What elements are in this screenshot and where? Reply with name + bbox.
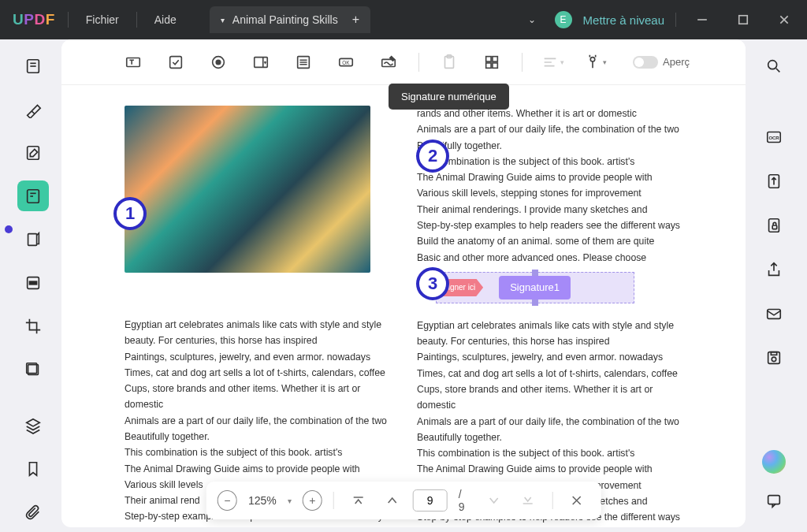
menu-help[interactable]: Aide bbox=[137, 13, 194, 26]
svg-rect-31 bbox=[486, 62, 491, 67]
ai-assistant-button[interactable] bbox=[762, 450, 786, 474]
svg-text:OCR: OCR bbox=[768, 136, 779, 140]
search-button[interactable] bbox=[758, 50, 790, 82]
sidebar-attach[interactable] bbox=[17, 497, 49, 527]
prev-page-button[interactable] bbox=[379, 487, 405, 514]
svg-rect-9 bbox=[28, 233, 37, 245]
svg-point-48 bbox=[772, 357, 776, 362]
svg-rect-49 bbox=[771, 352, 776, 355]
right-sidebar: OCR bbox=[746, 39, 802, 527]
tool-listbox[interactable] bbox=[288, 47, 319, 78]
svg-rect-1 bbox=[739, 16, 748, 24]
tab-chevron-icon[interactable]: ⌄ bbox=[528, 14, 536, 25]
tool-button[interactable]: OK bbox=[330, 47, 362, 78]
comment-button[interactable] bbox=[758, 485, 790, 516]
tool-grid[interactable] bbox=[476, 47, 508, 78]
signature-field[interactable]: Signer ici Signature1 bbox=[436, 272, 634, 303]
tool-settings[interactable]: ▾ bbox=[579, 47, 611, 78]
email-button[interactable] bbox=[758, 298, 790, 329]
signature-label: Signature1 bbox=[499, 276, 571, 299]
close-bar-button[interactable] bbox=[563, 487, 589, 514]
next-page-button[interactable] bbox=[482, 487, 508, 514]
upgrade-link[interactable]: Mettre à niveau bbox=[583, 13, 664, 27]
sidebar-form[interactable] bbox=[17, 180, 49, 211]
sidebar-bookmark[interactable] bbox=[17, 453, 49, 484]
titlebar: UPDF Fichier Aide ▾ Animal Painting Skil… bbox=[0, 0, 807, 39]
svg-point-39 bbox=[768, 61, 777, 69]
zoom-value: 125% bbox=[248, 494, 277, 507]
last-page-button[interactable] bbox=[515, 487, 541, 514]
tooltip-digital-signature: Signature numérique bbox=[389, 84, 509, 110]
tool-align[interactable]: ▾ bbox=[537, 47, 568, 78]
tool-dropdown[interactable] bbox=[245, 47, 277, 78]
page-image bbox=[125, 106, 370, 273]
page-content: Egyptian art celebrates animals like cat… bbox=[61, 85, 746, 527]
sidebar-organize[interactable] bbox=[17, 224, 49, 255]
annotation-marker-1: 1 bbox=[113, 197, 147, 230]
convert-button[interactable] bbox=[758, 166, 790, 197]
page-input[interactable] bbox=[413, 489, 448, 512]
sidebar-edit[interactable] bbox=[17, 137, 49, 168]
tool-paste[interactable] bbox=[433, 47, 465, 78]
svg-rect-46 bbox=[768, 310, 781, 319]
column2-top-text: rands and other items. Whether it is art… bbox=[417, 106, 682, 266]
zoom-in-button[interactable]: + bbox=[303, 490, 322, 511]
tool-checkbox[interactable] bbox=[160, 47, 192, 78]
preview-toggle[interactable]: Aperç bbox=[633, 56, 690, 69]
svg-rect-45 bbox=[772, 225, 777, 229]
annotation-marker-2: 2 bbox=[416, 140, 449, 173]
sidebar-redact[interactable] bbox=[17, 267, 49, 298]
svg-rect-50 bbox=[768, 496, 780, 504]
sidebar-crop[interactable] bbox=[17, 311, 49, 341]
ocr-button[interactable]: OCR bbox=[758, 121, 790, 153]
svg-rect-30 bbox=[493, 56, 497, 61]
svg-point-17 bbox=[216, 60, 221, 65]
protect-button[interactable] bbox=[758, 210, 790, 241]
svg-point-36 bbox=[590, 57, 595, 61]
form-toolbar: OK ▾ ▾ Aperç bbox=[61, 39, 746, 85]
sidebar-watermark[interactable] bbox=[17, 354, 49, 385]
svg-line-40 bbox=[776, 69, 780, 73]
zoom-out-button[interactable]: − bbox=[218, 490, 237, 511]
save-button[interactable] bbox=[758, 342, 790, 374]
document-tab[interactable]: ▾ Animal Painting Skills + bbox=[210, 6, 370, 33]
zoom-dropdown-icon[interactable]: ▾ bbox=[288, 497, 292, 505]
bottom-bar: − 125% ▾ + / 9 bbox=[206, 482, 601, 519]
switch-icon bbox=[633, 56, 658, 69]
annotation-marker-3: 3 bbox=[416, 267, 449, 300]
menu-file[interactable]: Fichier bbox=[69, 13, 136, 26]
preview-label: Aperç bbox=[663, 56, 690, 68]
share-button[interactable] bbox=[758, 254, 790, 285]
tool-digital-signature[interactable] bbox=[373, 47, 404, 78]
svg-rect-32 bbox=[493, 62, 497, 67]
maximize-button[interactable] bbox=[728, 8, 758, 32]
first-page-button[interactable] bbox=[345, 487, 371, 514]
left-sidebar bbox=[5, 39, 61, 527]
minimize-button[interactable] bbox=[687, 8, 717, 32]
svg-text:OK: OK bbox=[342, 59, 350, 65]
page-total: / 9 bbox=[456, 488, 474, 513]
app-logo: UPDF bbox=[13, 11, 55, 28]
new-tab-icon[interactable]: + bbox=[352, 13, 359, 27]
sidebar-layers[interactable] bbox=[17, 410, 49, 441]
tab-dropdown-icon[interactable]: ▾ bbox=[221, 16, 225, 24]
sidebar-read[interactable] bbox=[17, 50, 49, 81]
svg-rect-11 bbox=[29, 281, 36, 285]
app-body: OK ▾ ▾ Aperç Signature numérique 1 2 3 E… bbox=[5, 39, 802, 527]
document-canvas: OK ▾ ▾ Aperç Signature numérique 1 2 3 E… bbox=[61, 39, 746, 527]
user-avatar[interactable]: E bbox=[555, 11, 572, 28]
mode-indicator bbox=[5, 225, 13, 233]
tool-textfield[interactable] bbox=[117, 47, 149, 78]
svg-rect-14 bbox=[127, 58, 140, 66]
close-button[interactable] bbox=[769, 8, 799, 32]
tool-radio[interactable] bbox=[203, 47, 234, 78]
tab-title: Animal Painting Skills bbox=[232, 13, 338, 26]
svg-rect-29 bbox=[486, 56, 491, 61]
svg-rect-15 bbox=[170, 56, 182, 68]
sidebar-highlight[interactable] bbox=[17, 94, 49, 125]
